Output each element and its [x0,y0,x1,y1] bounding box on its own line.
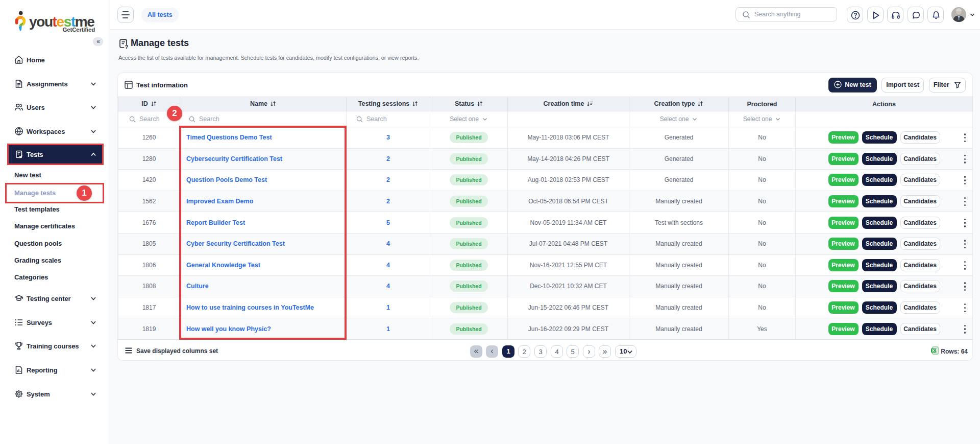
svg-text:GetCertified: GetCertified [63,27,95,33]
svg-text:?: ? [125,44,129,50]
